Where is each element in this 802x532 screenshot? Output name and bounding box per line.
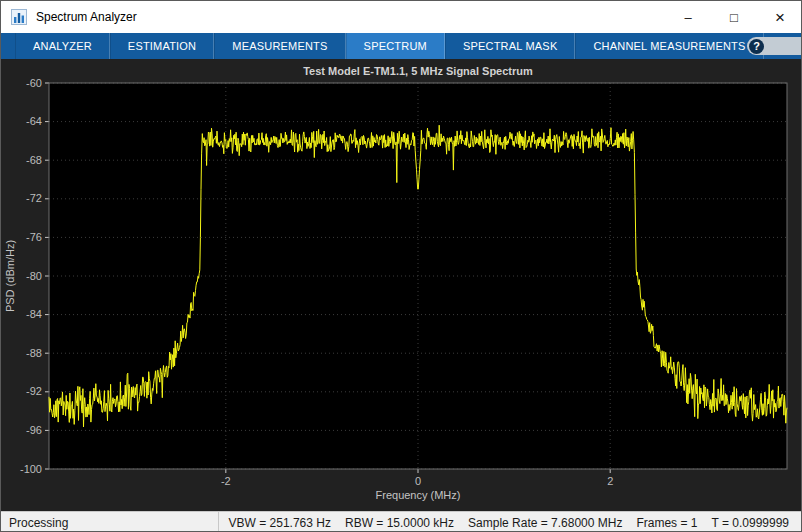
y-tick-label: -92 [26, 385, 42, 397]
close-icon: × [775, 9, 785, 26]
status-vbw: VBW = 251.763 Hz [229, 516, 331, 530]
x-tick-label: 2 [607, 475, 613, 487]
minimize-button[interactable]: – [665, 1, 711, 33]
status-processing: Processing [1, 512, 219, 532]
status-time: T = 0.0999999 [711, 516, 789, 530]
y-tick-label: -64 [26, 115, 42, 127]
y-tick-label: -80 [26, 270, 42, 282]
maximize-icon: □ [730, 11, 738, 24]
status-sample-rate: Sample Rate = 7.68000 MHz [468, 516, 622, 530]
y-tick-label: -76 [26, 231, 42, 243]
tab-spectral-mask[interactable]: SPECTRAL MASK [445, 33, 576, 59]
tab-measurements[interactable]: MEASUREMENTS [214, 33, 345, 59]
minimize-icon: – [684, 11, 691, 24]
help-button[interactable]: ? [747, 37, 801, 55]
close-button[interactable]: × [757, 1, 802, 33]
tab-bar: ANALYZER ESTIMATION MEASUREMENTS SPECTRU… [1, 33, 802, 59]
y-axis-label: PSD (dBm/Hz) [4, 240, 16, 312]
tab-analyzer[interactable]: ANALYZER [15, 33, 110, 59]
tab-bar-lead-space [1, 33, 15, 59]
window-controls: – □ × [665, 1, 802, 33]
spectrum-analyzer-icon [11, 9, 27, 25]
y-tick-label: -84 [26, 308, 42, 320]
maximize-button[interactable]: □ [711, 1, 757, 33]
x-tick-label: -2 [221, 475, 231, 487]
y-tick-label: -88 [26, 347, 42, 359]
y-tick-label: -60 [26, 77, 42, 89]
y-tick-label: -72 [26, 192, 42, 204]
spectrum-analyzer-window: Spectrum Analyzer – □ × ANALYZER ESTIMAT… [0, 0, 802, 532]
y-tick-label: -100 [20, 463, 42, 475]
status-frames: Frames = 1 [636, 516, 697, 530]
plot-area: Test Model E-TM1.1, 5 MHz Signal Spectru… [1, 59, 802, 511]
x-axis-label: Frequency (MHz) [376, 489, 461, 501]
tab-estimation[interactable]: ESTIMATION [110, 33, 214, 59]
window-title: Spectrum Analyzer [36, 10, 137, 24]
tab-spectrum[interactable]: SPECTRUM [346, 33, 445, 59]
x-tick-label: 0 [415, 475, 421, 487]
y-tick-label: -96 [26, 424, 42, 436]
title-bar: Spectrum Analyzer – □ × [1, 1, 802, 33]
y-tick-label: -68 [26, 154, 42, 166]
status-rbw: RBW = 15.0000 kHz [345, 516, 454, 530]
spectrum-plot-svg: Test Model E-TM1.1, 5 MHz Signal Spectru… [1, 59, 802, 511]
chart-title: Test Model E-TM1.1, 5 MHz Signal Spectru… [303, 65, 533, 77]
tab-channel-measurements[interactable]: CHANNEL MEASUREMENTS [575, 33, 763, 59]
help-icon: ? [749, 39, 764, 54]
status-metrics: VBW = 251.763 Hz RBW = 15.0000 kHz Sampl… [219, 516, 802, 530]
app-icon[interactable] [10, 8, 28, 26]
status-bar: Processing VBW = 251.763 Hz RBW = 15.000… [1, 511, 802, 532]
